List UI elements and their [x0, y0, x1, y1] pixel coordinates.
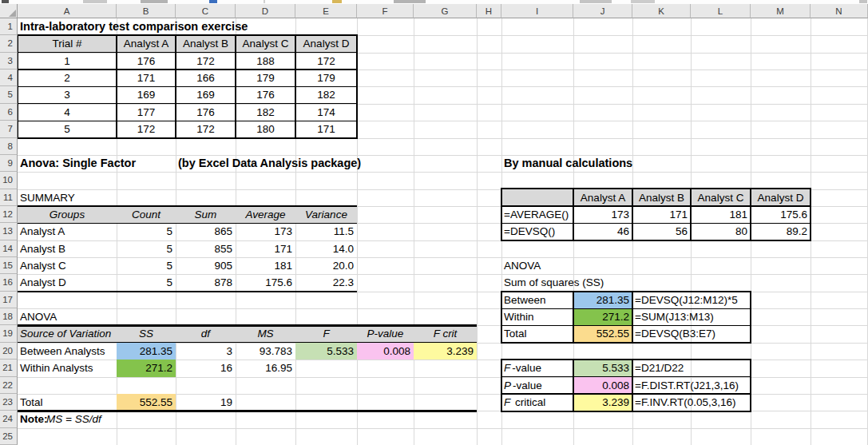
formula-cell[interactable]: =F.DIST.RT(J21,3,16)	[635, 377, 739, 394]
cell-C6[interactable]: 176	[176, 104, 236, 121]
cell-B3[interactable]: 176	[117, 53, 176, 70]
cell-J19[interactable]: 552.55	[573, 325, 632, 342]
cell-I22[interactable]: P-value	[504, 377, 542, 394]
cell-D3[interactable]: 188	[236, 53, 295, 70]
column-header-J[interactable]: J	[573, 4, 632, 18]
cell-A12[interactable]: Groups	[18, 206, 117, 223]
cell-E12[interactable]: Variance	[295, 206, 357, 223]
cell-J22[interactable]: 0.008	[573, 377, 632, 394]
cell-E15[interactable]: 20.0	[295, 257, 357, 274]
cell-M11[interactable]: Analyst D	[751, 189, 811, 206]
cell-B2[interactable]: Analyst A	[117, 35, 176, 52]
cell-I21[interactable]: F-value	[504, 360, 541, 376]
cell-C12[interactable]: Sum	[176, 206, 236, 223]
column-header-F[interactable]: F	[357, 4, 414, 18]
cell-A19[interactable]: Source of Variation	[20, 325, 111, 342]
column-header-A[interactable]: A	[18, 4, 117, 18]
column-header-K[interactable]: K	[632, 4, 691, 18]
sum-of-squares-label[interactable]: Sum of squares (SS)	[504, 274, 604, 291]
row-header-24[interactable]: 24	[0, 411, 18, 427]
cell-C19[interactable]: df	[176, 325, 236, 342]
column-header-H[interactable]: H	[477, 4, 501, 18]
cell-B23[interactable]: 552.55	[117, 394, 176, 411]
cell-M12[interactable]: 175.6	[751, 206, 811, 223]
cell-D21[interactable]: 16.95	[236, 360, 295, 376]
cell-E13[interactable]: 11.5	[295, 223, 357, 240]
column-header-E[interactable]: E	[295, 4, 357, 18]
row-header-8[interactable]: 8	[0, 138, 18, 155]
anova-single-factor-label[interactable]: Anova: Single Factor	[20, 155, 136, 172]
cell-K11[interactable]: Analyst B	[632, 189, 691, 206]
row-header-10[interactable]: 10	[0, 172, 18, 189]
row-header-3[interactable]: 3	[0, 53, 18, 70]
cell-D16[interactable]: 175.6	[236, 274, 295, 291]
formula-cell[interactable]: =DEVSQ(J12:M12)*5	[635, 292, 738, 308]
column-header-G[interactable]: G	[414, 4, 477, 18]
note-label[interactable]: Note:	[20, 411, 48, 427]
cell-E5[interactable]: 182	[295, 86, 357, 103]
cell-A14[interactable]: Analyst B	[20, 240, 65, 257]
cell-A13[interactable]: Analyst A	[20, 223, 65, 240]
cell-I13[interactable]: =DEVSQ()	[504, 223, 555, 240]
manual-anova-label[interactable]: ANOVA	[504, 257, 541, 274]
cell-C14[interactable]: 855	[176, 240, 236, 257]
row-header-11[interactable]: 11	[0, 189, 18, 206]
row-header-1[interactable]: 1	[0, 18, 18, 35]
cell-C23[interactable]: 19	[176, 394, 236, 411]
row-header-5[interactable]: 5	[0, 86, 18, 103]
row-header-9[interactable]: 9	[0, 155, 18, 172]
column-header-N[interactable]: N	[811, 4, 868, 18]
cell-E20[interactable]: 5.533	[295, 343, 357, 360]
cell-C4[interactable]: 166	[176, 70, 236, 86]
column-header-I[interactable]: I	[501, 4, 573, 18]
column-header-C[interactable]: C	[176, 4, 236, 18]
formula-cell[interactable]: =D21/D22	[635, 360, 684, 376]
column-header-L[interactable]: L	[691, 4, 751, 18]
cell-D15[interactable]: 181	[236, 257, 295, 274]
cell-A21[interactable]: Within Analysts	[20, 360, 93, 376]
row-header-14[interactable]: 14	[0, 240, 18, 257]
cell-C2[interactable]: Analyst B	[176, 35, 236, 52]
summary-label[interactable]: SUMMARY	[20, 189, 75, 206]
cell-A2[interactable]: Trial #	[18, 35, 117, 52]
cell-F19[interactable]: P-value	[357, 325, 414, 342]
cell-B12[interactable]: Count	[117, 206, 176, 223]
cell-M13[interactable]: 89.2	[751, 223, 811, 240]
cell-J11[interactable]: Analyst A	[573, 189, 632, 206]
cell-A16[interactable]: Analyst D	[20, 274, 66, 291]
cell-K13[interactable]: 56	[632, 223, 691, 240]
cell-D19[interactable]: MS	[236, 325, 295, 342]
cell-E3[interactable]: 172	[295, 53, 357, 70]
cell-A6[interactable]: 4	[18, 104, 117, 121]
cell-E16[interactable]: 22.3	[295, 274, 357, 291]
cell-I19[interactable]: Total	[504, 325, 527, 342]
formula-cell[interactable]: =F.INV.RT(0.05,3,16)	[635, 394, 735, 411]
cell-E4[interactable]: 179	[295, 70, 357, 86]
cell-A5[interactable]: 3	[18, 86, 117, 103]
cell-F20[interactable]: 0.008	[357, 343, 414, 360]
row-header-16[interactable]: 16	[0, 274, 18, 291]
cell-L13[interactable]: 80	[691, 223, 751, 240]
row-header-19[interactable]: 19	[0, 325, 18, 342]
cell-C15[interactable]: 905	[176, 257, 236, 274]
sheet-title[interactable]: Intra-laboratory test comparison exercis…	[20, 18, 248, 35]
cell-A15[interactable]: Analyst C	[20, 257, 66, 274]
row-header-17[interactable]: 17	[0, 292, 18, 308]
row-header-4[interactable]: 4	[0, 70, 18, 86]
cell-I17[interactable]: Between	[504, 292, 546, 308]
cell-A4[interactable]: 2	[18, 70, 117, 86]
cell-J18[interactable]: 271.2	[573, 308, 632, 325]
cell-C3[interactable]: 172	[176, 53, 236, 70]
cell-C21[interactable]: 16	[176, 360, 236, 376]
cell-L11[interactable]: Analyst C	[691, 189, 751, 206]
cell-E7[interactable]: 171	[295, 121, 357, 137]
cell-D7[interactable]: 180	[236, 121, 295, 137]
anova-package-note[interactable]: (by Excel Data Analysis package)	[178, 155, 361, 172]
cell-J17[interactable]: 281.35	[573, 292, 632, 308]
formula-cell[interactable]: =DEVSQ(B3:E7)	[635, 325, 715, 342]
cell-D13[interactable]: 173	[236, 223, 295, 240]
row-header-15[interactable]: 15	[0, 257, 18, 274]
cell-B4[interactable]: 171	[117, 70, 176, 86]
cell-B7[interactable]: 172	[117, 121, 176, 137]
row-header-13[interactable]: 13	[0, 223, 18, 240]
